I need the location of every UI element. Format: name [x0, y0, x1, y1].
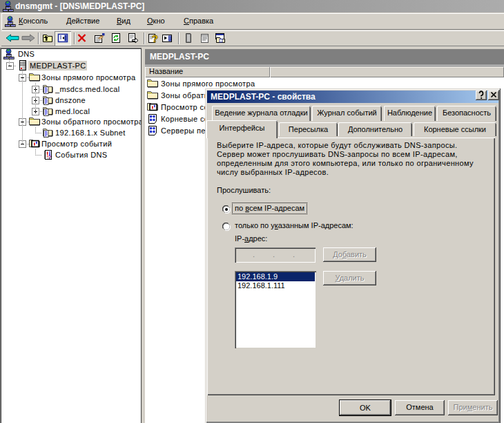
svg-text:?: ?: [152, 32, 158, 44]
svg-text:?: ?: [48, 154, 52, 160]
